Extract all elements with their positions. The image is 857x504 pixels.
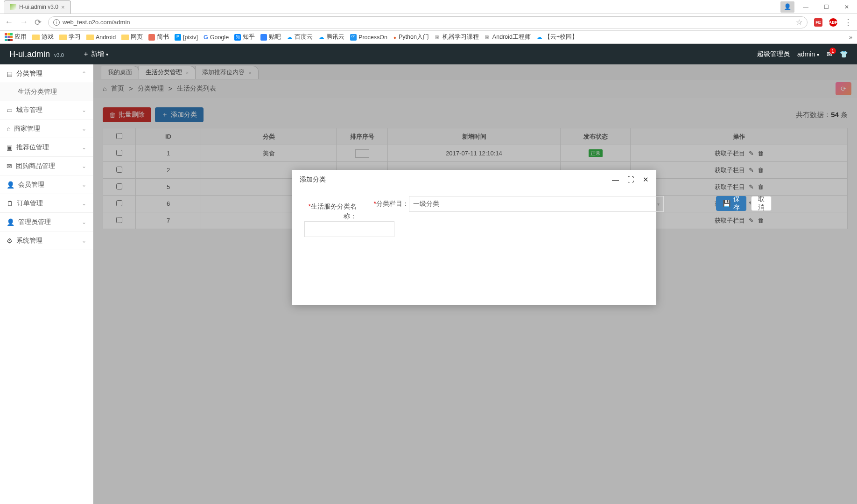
site-info-icon[interactable]: i [53,19,60,26]
chrome-menu-icon[interactable]: ⋮ [844,17,852,28]
browser-titlebar: H-ui.admin v3.0 × 👤 — ☐ ✕ [0,0,857,14]
sidebar-item-recommend[interactable]: ▣推荐位管理⌄ [0,138,93,157]
chevron-down-icon: ⌄ [82,144,86,151]
apps-button[interactable]: 应用 [5,33,27,41]
bookmark-item[interactable]: 学习 [59,33,81,41]
app-header: H-ui.admin v3.0 ＋新增▾ 超级管理员 admin ▾ ✉1 👕 [0,44,857,64]
dialog-title-bar: 添加分类 — ⛶ ✕ [292,170,656,189]
sidebar-item-system[interactable]: ⚙系统管理⌄ [0,231,93,250]
bookmark-item[interactable]: 网页 [121,33,143,41]
user-menu[interactable]: admin ▾ [797,50,819,58]
address-bar[interactable]: i web_test.o2o.com/admin ☆ [48,16,808,28]
bookmark-item[interactable]: P[pixiv] [175,34,198,41]
image-icon: ▣ [7,144,13,151]
input-category-name[interactable] [304,221,394,237]
browser-toolbar: ← → ⟳ i web_test.o2o.com/admin ☆ FE ABP … [0,14,857,31]
sidebar-item-admin[interactable]: 👤管理员管理⌄ [0,213,93,231]
label-category-709: *生活服务分类名称： [304,196,357,237]
chevron-down-icon: ▾ [106,52,108,57]
user-role: 超级管理员 [757,50,790,58]
sidebar-item-order[interactable]: 🗒订单管理⌄ [0,194,93,213]
new-button[interactable]: ＋新增▾ [83,50,108,58]
chevron-down-icon: ▾ [657,202,660,207]
label-category-column: *分类栏目： [357,196,409,209]
clipboard-icon: 🗒 [7,200,13,207]
sidebar-item-life-category[interactable]: 生活分类管理 [0,83,93,101]
shop-icon: ⌂ [7,125,10,133]
chevron-down-icon: ⌄ [82,182,86,188]
chevron-down-icon: ⌄ [82,219,86,225]
sidebar-item-category[interactable]: ▤分类管理⌃ [0,64,93,83]
main-area: 我的桌面 生活分类管理× 添加推荐位内容× ⌂ 首页 > 分类管理 > 生活分类… [93,64,857,504]
reload-button[interactable]: ⟳ [35,17,42,28]
minimize-button[interactable]: — [795,0,816,14]
sidebar-item-merchant[interactable]: ⌂商家管理⌄ [0,119,93,138]
bookmark-item[interactable]: ☁【云+校园】 [536,33,578,41]
bookmark-item[interactable]: 知知乎 [234,33,255,41]
minimize-icon[interactable]: — [612,175,619,184]
clipboard-icon: ▤ [7,70,13,77]
bookmark-item[interactable]: 🗎Android工程师 [485,33,531,41]
extension-abp-icon[interactable]: ABP [829,18,837,27]
forward-button[interactable]: → [20,17,28,27]
sidebar-item-city[interactable]: ▭城市管理⌄ [0,101,93,119]
user-icon: 👤 [7,218,14,226]
save-button[interactable]: 💾保存 [716,196,746,211]
bookmark-item[interactable]: ⬥Python入门 [393,33,429,41]
mail-badge: 1 [829,48,836,54]
dialog-title: 添加分类 [300,175,326,184]
bookmark-item[interactable]: ☁腾讯云 [318,33,344,41]
user-icon: 👤 [7,181,14,189]
favicon [10,4,16,10]
chevron-down-icon: ▾ [817,52,819,57]
url-text: web_test.o2o.com/admin [63,19,130,26]
bookmark-star-icon[interactable]: ☆ [796,18,802,27]
bookmark-item[interactable]: 游戏 [32,33,54,41]
bookmark-item[interactable]: 简书 [148,33,169,41]
plus-icon: ＋ [83,50,89,58]
bookmark-item[interactable]: Android [86,34,116,41]
message-icon: ✉ [7,162,12,170]
extension-fe-icon[interactable]: FE [814,18,822,27]
add-category-dialog: 添加分类 — ⛶ ✕ *生活服务分类名称： *分类栏目： 一级分类▾ 💾保存 [292,170,656,305]
theme-icon[interactable]: 👕 [840,50,848,58]
cancel-button[interactable]: 取消 [751,196,772,211]
bookmark-item[interactable]: 贴吧 [260,33,281,41]
bookmarks-bar: 应用 游戏 学习 Android 网页 简书 P[pixiv] GGoogle … [0,31,857,44]
chevron-down-icon: ⌄ [82,200,86,207]
back-button[interactable]: ← [5,17,13,27]
maximize-icon[interactable]: ⛶ [627,175,634,184]
gear-icon: ⚙ [7,237,13,245]
sidebar: ▤分类管理⌃ 生活分类管理 ▭城市管理⌄ ⌂商家管理⌄ ▣推荐位管理⌄ ✉团购商… [0,64,93,504]
sidebar-item-group-product[interactable]: ✉团购商品管理⌄ [0,157,93,175]
chrome-profile-icon[interactable]: 👤 [780,1,794,13]
mail-icon[interactable]: ✉1 [827,50,832,58]
browser-tab[interactable]: H-ui.admin v3.0 × [4,0,71,14]
close-icon[interactable]: × [61,4,65,11]
close-icon[interactable]: ✕ [643,175,649,184]
map-icon: ▭ [7,106,13,114]
bookmarks-overflow[interactable]: » [849,34,852,41]
chevron-up-icon: ⌃ [82,70,86,77]
window-controls: 👤 — ☐ ✕ [780,0,857,14]
chevron-down-icon: ⌄ [82,126,86,132]
chevron-down-icon: ⌄ [82,163,86,169]
bookmark-item[interactable]: onProcessOn [350,34,387,41]
maximize-button[interactable]: ☐ [816,0,836,14]
brand: H-ui.admin v3.0 [9,49,64,59]
sidebar-item-member[interactable]: 👤会员管理⌄ [0,175,93,194]
close-button[interactable]: ✕ [836,0,857,14]
bookmark-item[interactable]: ☁百度云 [287,33,313,41]
tab-title: H-ui.admin v3.0 [19,4,58,10]
save-icon: 💾 [723,200,731,207]
select-category-column[interactable]: 一级分类▾ [409,196,664,212]
chevron-down-icon: ⌄ [82,238,86,244]
bookmark-item[interactable]: 🗎机器学习课程 [435,33,479,41]
label-category-name: *生活服务分类名称： [304,199,357,221]
chevron-down-icon: ⌄ [82,107,86,113]
bookmark-item[interactable]: GGoogle [204,34,229,41]
